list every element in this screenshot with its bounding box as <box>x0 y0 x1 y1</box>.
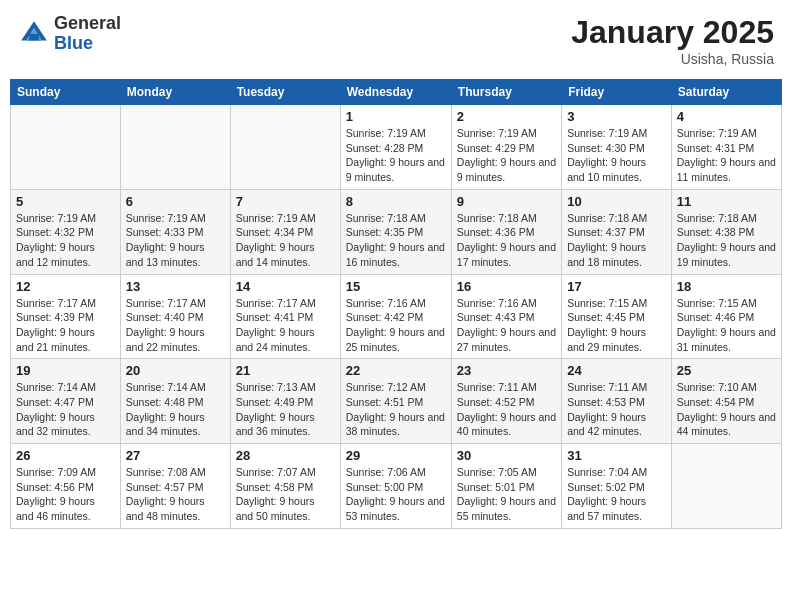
day-number: 12 <box>16 279 115 294</box>
calendar-cell: 27Sunrise: 7:08 AM Sunset: 4:57 PM Dayli… <box>120 444 230 529</box>
day-number: 11 <box>677 194 776 209</box>
svg-rect-2 <box>29 34 39 40</box>
day-number: 1 <box>346 109 446 124</box>
calendar-cell: 22Sunrise: 7:12 AM Sunset: 4:51 PM Dayli… <box>340 359 451 444</box>
day-info: Sunrise: 7:11 AM Sunset: 4:53 PM Dayligh… <box>567 380 666 439</box>
logo: General Blue <box>18 14 121 54</box>
calendar-cell: 10Sunrise: 7:18 AM Sunset: 4:37 PM Dayli… <box>562 189 672 274</box>
day-info: Sunrise: 7:16 AM Sunset: 4:43 PM Dayligh… <box>457 296 556 355</box>
calendar-cell <box>671 444 781 529</box>
day-number: 2 <box>457 109 556 124</box>
calendar-cell: 14Sunrise: 7:17 AM Sunset: 4:41 PM Dayli… <box>230 274 340 359</box>
calendar-cell: 1Sunrise: 7:19 AM Sunset: 4:28 PM Daylig… <box>340 105 451 190</box>
day-number: 20 <box>126 363 225 378</box>
day-number: 10 <box>567 194 666 209</box>
weekday-header-thursday: Thursday <box>451 80 561 105</box>
day-number: 26 <box>16 448 115 463</box>
calendar-cell: 12Sunrise: 7:17 AM Sunset: 4:39 PM Dayli… <box>11 274 121 359</box>
day-number: 27 <box>126 448 225 463</box>
day-info: Sunrise: 7:11 AM Sunset: 4:52 PM Dayligh… <box>457 380 556 439</box>
day-info: Sunrise: 7:16 AM Sunset: 4:42 PM Dayligh… <box>346 296 446 355</box>
day-info: Sunrise: 7:19 AM Sunset: 4:33 PM Dayligh… <box>126 211 225 270</box>
page-header: General Blue January 2025 Usisha, Russia <box>10 10 782 71</box>
calendar-cell: 25Sunrise: 7:10 AM Sunset: 4:54 PM Dayli… <box>671 359 781 444</box>
day-number: 7 <box>236 194 335 209</box>
day-number: 23 <box>457 363 556 378</box>
day-number: 5 <box>16 194 115 209</box>
calendar-week-row: 26Sunrise: 7:09 AM Sunset: 4:56 PM Dayli… <box>11 444 782 529</box>
day-info: Sunrise: 7:04 AM Sunset: 5:02 PM Dayligh… <box>567 465 666 524</box>
day-number: 8 <box>346 194 446 209</box>
day-info: Sunrise: 7:14 AM Sunset: 4:47 PM Dayligh… <box>16 380 115 439</box>
day-number: 18 <box>677 279 776 294</box>
logo-blue-text: Blue <box>54 33 93 53</box>
calendar-cell: 31Sunrise: 7:04 AM Sunset: 5:02 PM Dayli… <box>562 444 672 529</box>
day-info: Sunrise: 7:05 AM Sunset: 5:01 PM Dayligh… <box>457 465 556 524</box>
day-info: Sunrise: 7:14 AM Sunset: 4:48 PM Dayligh… <box>126 380 225 439</box>
location: Usisha, Russia <box>571 51 774 67</box>
day-info: Sunrise: 7:06 AM Sunset: 5:00 PM Dayligh… <box>346 465 446 524</box>
day-info: Sunrise: 7:19 AM Sunset: 4:34 PM Dayligh… <box>236 211 335 270</box>
calendar-cell: 28Sunrise: 7:07 AM Sunset: 4:58 PM Dayli… <box>230 444 340 529</box>
day-info: Sunrise: 7:15 AM Sunset: 4:45 PM Dayligh… <box>567 296 666 355</box>
calendar-week-row: 1Sunrise: 7:19 AM Sunset: 4:28 PM Daylig… <box>11 105 782 190</box>
calendar-cell: 30Sunrise: 7:05 AM Sunset: 5:01 PM Dayli… <box>451 444 561 529</box>
day-info: Sunrise: 7:10 AM Sunset: 4:54 PM Dayligh… <box>677 380 776 439</box>
day-number: 19 <box>16 363 115 378</box>
weekday-header-monday: Monday <box>120 80 230 105</box>
calendar-cell: 8Sunrise: 7:18 AM Sunset: 4:35 PM Daylig… <box>340 189 451 274</box>
logo-general: General <box>54 13 121 33</box>
month-title: January 2025 <box>571 14 774 51</box>
calendar-cell: 13Sunrise: 7:17 AM Sunset: 4:40 PM Dayli… <box>120 274 230 359</box>
day-number: 9 <box>457 194 556 209</box>
day-info: Sunrise: 7:19 AM Sunset: 4:29 PM Dayligh… <box>457 126 556 185</box>
logo-icon <box>18 18 50 50</box>
day-number: 13 <box>126 279 225 294</box>
calendar-cell: 17Sunrise: 7:15 AM Sunset: 4:45 PM Dayli… <box>562 274 672 359</box>
calendar-cell: 16Sunrise: 7:16 AM Sunset: 4:43 PM Dayli… <box>451 274 561 359</box>
day-number: 6 <box>126 194 225 209</box>
day-number: 17 <box>567 279 666 294</box>
day-info: Sunrise: 7:19 AM Sunset: 4:32 PM Dayligh… <box>16 211 115 270</box>
calendar-cell: 29Sunrise: 7:06 AM Sunset: 5:00 PM Dayli… <box>340 444 451 529</box>
weekday-header-tuesday: Tuesday <box>230 80 340 105</box>
day-number: 22 <box>346 363 446 378</box>
day-info: Sunrise: 7:18 AM Sunset: 4:37 PM Dayligh… <box>567 211 666 270</box>
day-number: 4 <box>677 109 776 124</box>
day-number: 24 <box>567 363 666 378</box>
calendar-cell <box>11 105 121 190</box>
calendar-header-row: SundayMondayTuesdayWednesdayThursdayFrid… <box>11 80 782 105</box>
calendar-cell: 23Sunrise: 7:11 AM Sunset: 4:52 PM Dayli… <box>451 359 561 444</box>
day-number: 15 <box>346 279 446 294</box>
calendar-cell: 20Sunrise: 7:14 AM Sunset: 4:48 PM Dayli… <box>120 359 230 444</box>
calendar-week-row: 19Sunrise: 7:14 AM Sunset: 4:47 PM Dayli… <box>11 359 782 444</box>
calendar-cell: 26Sunrise: 7:09 AM Sunset: 4:56 PM Dayli… <box>11 444 121 529</box>
day-info: Sunrise: 7:19 AM Sunset: 4:30 PM Dayligh… <box>567 126 666 185</box>
day-number: 28 <box>236 448 335 463</box>
day-info: Sunrise: 7:13 AM Sunset: 4:49 PM Dayligh… <box>236 380 335 439</box>
weekday-header-saturday: Saturday <box>671 80 781 105</box>
weekday-header-wednesday: Wednesday <box>340 80 451 105</box>
title-block: January 2025 Usisha, Russia <box>571 14 774 67</box>
calendar-cell: 6Sunrise: 7:19 AM Sunset: 4:33 PM Daylig… <box>120 189 230 274</box>
day-info: Sunrise: 7:15 AM Sunset: 4:46 PM Dayligh… <box>677 296 776 355</box>
day-info: Sunrise: 7:18 AM Sunset: 4:38 PM Dayligh… <box>677 211 776 270</box>
day-number: 29 <box>346 448 446 463</box>
calendar-cell: 7Sunrise: 7:19 AM Sunset: 4:34 PM Daylig… <box>230 189 340 274</box>
day-number: 16 <box>457 279 556 294</box>
day-number: 25 <box>677 363 776 378</box>
calendar-cell: 9Sunrise: 7:18 AM Sunset: 4:36 PM Daylig… <box>451 189 561 274</box>
day-info: Sunrise: 7:09 AM Sunset: 4:56 PM Dayligh… <box>16 465 115 524</box>
day-info: Sunrise: 7:19 AM Sunset: 4:28 PM Dayligh… <box>346 126 446 185</box>
calendar-cell: 18Sunrise: 7:15 AM Sunset: 4:46 PM Dayli… <box>671 274 781 359</box>
day-info: Sunrise: 7:17 AM Sunset: 4:40 PM Dayligh… <box>126 296 225 355</box>
calendar-week-row: 5Sunrise: 7:19 AM Sunset: 4:32 PM Daylig… <box>11 189 782 274</box>
day-info: Sunrise: 7:18 AM Sunset: 4:35 PM Dayligh… <box>346 211 446 270</box>
day-number: 14 <box>236 279 335 294</box>
calendar-cell <box>120 105 230 190</box>
day-info: Sunrise: 7:08 AM Sunset: 4:57 PM Dayligh… <box>126 465 225 524</box>
day-info: Sunrise: 7:12 AM Sunset: 4:51 PM Dayligh… <box>346 380 446 439</box>
calendar-cell: 19Sunrise: 7:14 AM Sunset: 4:47 PM Dayli… <box>11 359 121 444</box>
day-info: Sunrise: 7:17 AM Sunset: 4:41 PM Dayligh… <box>236 296 335 355</box>
calendar-cell: 3Sunrise: 7:19 AM Sunset: 4:30 PM Daylig… <box>562 105 672 190</box>
